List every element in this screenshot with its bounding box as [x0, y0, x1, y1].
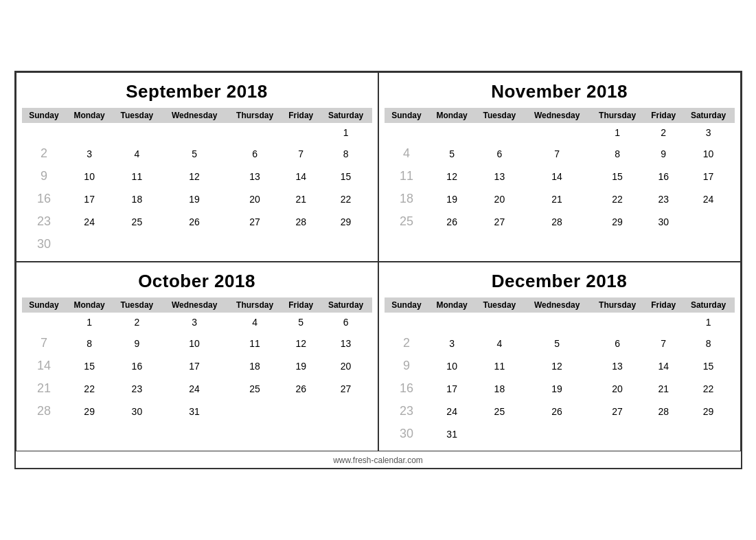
- september-2018-table: SundayMondayTuesdayWednesdayThursdayFrid…: [22, 108, 372, 256]
- day-cell: 23: [385, 400, 429, 423]
- day-cell: 16: [113, 355, 161, 377]
- day-header-saturday: Saturday: [320, 297, 372, 313]
- day-cell: 15: [590, 165, 644, 188]
- day-cell: 31: [161, 400, 228, 423]
- day-cell: 3: [161, 313, 228, 332]
- day-cell: 22: [590, 188, 644, 210]
- day-cell: 9: [385, 355, 429, 377]
- day-cell: [113, 123, 161, 142]
- day-cell: 11: [475, 355, 524, 377]
- day-cell: 27: [475, 210, 524, 233]
- day-cell: 18: [227, 355, 282, 377]
- day-cell: [475, 313, 524, 332]
- day-cell: 20: [590, 377, 644, 400]
- day-header-sunday: Sunday: [385, 108, 429, 123]
- day-cell: 2: [645, 123, 683, 142]
- day-header-friday: Friday: [645, 297, 683, 313]
- day-cell: 20: [320, 355, 372, 377]
- day-header-saturday: Saturday: [683, 108, 735, 123]
- day-cell: 30: [385, 423, 429, 445]
- october-2018-title: October 2018: [22, 267, 372, 297]
- day-cell: 23: [113, 377, 161, 400]
- day-cell: 17: [428, 377, 475, 400]
- day-cell: 10: [428, 355, 475, 377]
- day-cell: 16: [22, 188, 67, 210]
- day-cell: 16: [645, 165, 683, 188]
- day-header-wednesday: Wednesday: [161, 108, 228, 123]
- day-cell: 24: [66, 210, 113, 233]
- day-cell: 24: [683, 188, 735, 210]
- day-cell: [475, 123, 524, 142]
- day-cell: 8: [320, 142, 372, 165]
- day-cell: [524, 313, 591, 332]
- day-cell: [645, 423, 683, 445]
- day-cell: 29: [683, 400, 735, 423]
- day-cell: [320, 423, 372, 442]
- day-cell: 13: [590, 355, 644, 377]
- day-cell: 26: [524, 400, 591, 423]
- november-2018: November 2018SundayMondayTuesdayWednesda…: [378, 72, 741, 262]
- day-header-thursday: Thursday: [227, 297, 282, 313]
- day-cell: [113, 423, 161, 442]
- day-cell: [683, 210, 735, 233]
- day-cell: 21: [282, 188, 320, 210]
- day-cell: 28: [645, 400, 683, 423]
- day-cell: 12: [428, 165, 475, 188]
- day-cell: 29: [320, 210, 372, 233]
- day-cell: 8: [683, 332, 735, 355]
- day-cell: 28: [22, 400, 67, 423]
- day-cell: [282, 123, 320, 142]
- day-header-thursday: Thursday: [227, 108, 282, 123]
- day-cell: [22, 123, 67, 142]
- day-cell: 19: [428, 188, 475, 210]
- day-cell: 4: [475, 332, 524, 355]
- day-header-monday: Monday: [66, 108, 113, 123]
- day-cell: [227, 400, 282, 423]
- day-cell: 4: [385, 142, 429, 165]
- day-cell: 3: [66, 142, 113, 165]
- day-cell: [161, 123, 228, 142]
- day-cell: 9: [113, 332, 161, 355]
- day-cell: [645, 233, 683, 252]
- day-cell: 20: [227, 188, 282, 210]
- day-cell: 4: [227, 313, 282, 332]
- day-cell: 10: [66, 165, 113, 188]
- day-cell: 19: [282, 355, 320, 377]
- day-cell: 18: [475, 377, 524, 400]
- day-cell: 27: [320, 377, 372, 400]
- day-cell: 28: [524, 210, 591, 233]
- day-cell: 25: [475, 400, 524, 423]
- day-cell: [66, 423, 113, 442]
- day-cell: [590, 423, 644, 445]
- day-cell: 22: [683, 377, 735, 400]
- day-cell: [161, 233, 228, 256]
- september-2018: September 2018SundayMondayTuesdayWednesd…: [16, 72, 378, 262]
- day-cell: 13: [475, 165, 524, 188]
- day-cell: 15: [320, 165, 372, 188]
- day-cell: 4: [113, 142, 161, 165]
- day-cell: [113, 233, 161, 256]
- day-cell: 26: [428, 210, 475, 233]
- day-cell: 20: [475, 188, 524, 210]
- november-2018-table: SundayMondayTuesdayWednesdayThursdayFrid…: [385, 108, 735, 252]
- day-cell: [320, 233, 372, 256]
- day-cell: 12: [524, 355, 591, 377]
- october-2018-table: SundayMondayTuesdayWednesdayThursdayFrid…: [22, 297, 372, 442]
- day-cell: 2: [22, 142, 67, 165]
- day-cell: [22, 423, 67, 442]
- day-cell: 30: [113, 400, 161, 423]
- day-cell: [320, 400, 372, 423]
- day-cell: 3: [428, 332, 475, 355]
- day-cell: 5: [161, 142, 228, 165]
- day-cell: 16: [385, 377, 429, 400]
- day-cell: [524, 233, 591, 252]
- day-header-tuesday: Tuesday: [475, 108, 524, 123]
- day-header-tuesday: Tuesday: [475, 297, 524, 313]
- day-cell: [282, 400, 320, 423]
- day-cell: 15: [683, 355, 735, 377]
- day-cell: 9: [22, 165, 67, 188]
- day-cell: 22: [66, 377, 113, 400]
- day-cell: 29: [590, 210, 644, 233]
- day-cell: 21: [524, 188, 591, 210]
- day-cell: 2: [113, 313, 161, 332]
